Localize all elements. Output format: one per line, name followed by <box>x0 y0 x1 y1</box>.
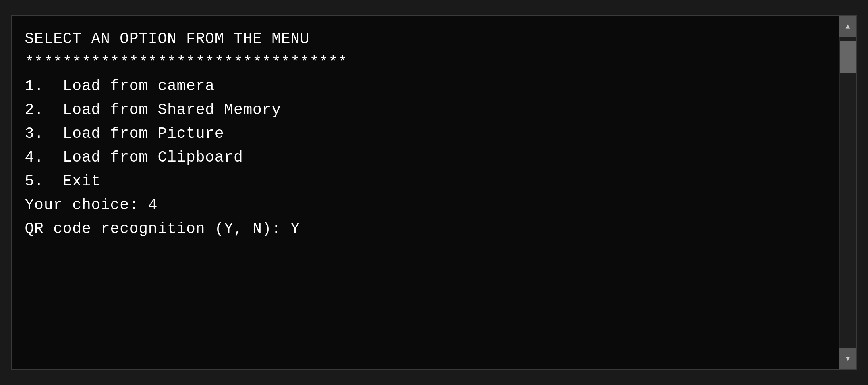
qr-prompt: QR code recognition (Y, N): Y <box>25 217 827 241</box>
menu-item-2: 2. Load from Shared Memory <box>25 98 827 122</box>
scroll-track[interactable] <box>840 37 856 348</box>
menu-item-5: 5. Exit <box>25 170 827 194</box>
terminal-heading: SELECT AN OPTION FROM THE MENU <box>25 27 827 51</box>
menu-item-4: 4. Load from Clipboard <box>25 146 827 170</box>
terminal-content: SELECT AN OPTION FROM THE MENU *********… <box>12 16 839 369</box>
scroll-up-button[interactable]: ▲ <box>839 16 856 37</box>
terminal-window: SELECT AN OPTION FROM THE MENU *********… <box>11 15 857 370</box>
menu-item-1: 1. Load from camera <box>25 75 827 98</box>
terminal-separator: ********************************** <box>25 51 827 75</box>
scrollbar: ▲ ▼ <box>839 16 856 369</box>
scroll-down-button[interactable]: ▼ <box>839 348 856 369</box>
user-prompt: Your choice: 4 <box>25 194 827 217</box>
scroll-thumb[interactable] <box>840 41 856 73</box>
menu-item-3: 3. Load from Picture <box>25 122 827 146</box>
